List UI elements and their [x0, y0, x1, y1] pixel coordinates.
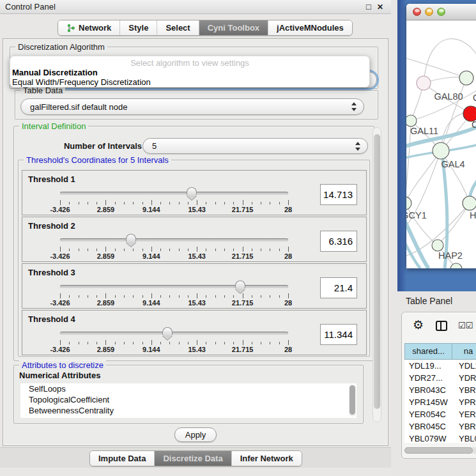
tab-network-label: Network: [79, 20, 111, 35]
number-of-intervals-combobox[interactable]: 5: [142, 138, 368, 154]
tick-mark: [243, 200, 243, 205]
dropdown-option-manual-discretization[interactable]: Manual Discretization: [10, 68, 369, 77]
table-cell[interactable]: YPR1: [452, 396, 476, 408]
threshold-value-field[interactable]: 21.4: [320, 277, 357, 298]
table-cell[interactable]: YDL1: [452, 360, 476, 372]
float-icon[interactable]: □: [364, 2, 374, 12]
node-gal4[interactable]: [433, 142, 449, 159]
tick-mark: [169, 202, 170, 204]
tab-jactivemnodules[interactable]: jActiveMNodules: [268, 20, 352, 35]
slider-track[interactable]: [60, 332, 288, 335]
network-canvas[interactable]: GAL80 GAL11 GAL4 GCY1 HAP2 G C H: [406, 20, 476, 268]
table-cell[interactable]: YBL079W: [404, 433, 452, 443]
close-icon[interactable]: ✕: [375, 2, 385, 12]
table-row[interactable]: YBL079WYBL0: [404, 433, 476, 443]
threshold-value-field[interactable]: 11.344: [320, 324, 357, 345]
select-all-checkbox-icons[interactable]: ☑☑: [458, 321, 473, 330]
network-inner-window: GAL80 GAL11 GAL4 GCY1 HAP2 G C H: [406, 4, 476, 268]
slider-thumb[interactable]: [187, 187, 197, 196]
tick-mark: [169, 342, 170, 344]
table-cell[interactable]: YDR2: [452, 372, 476, 384]
node-gal80[interactable]: [417, 76, 431, 90]
table-row[interactable]: YBR043CYBR0: [404, 384, 476, 396]
tick-label: 15.43: [188, 206, 206, 213]
zoom-traffic-light-icon[interactable]: [437, 8, 445, 16]
network-view-window[interactable]: GAL80 GAL11 GAL4 GCY1 HAP2 G C H: [397, 0, 476, 291]
threshold-value-field[interactable]: 14.713: [320, 184, 357, 205]
node[interactable]: [450, 263, 462, 268]
table-row[interactable]: YDL19...YDL1: [404, 360, 476, 372]
column-header-name[interactable]: na: [452, 343, 476, 360]
table-cell[interactable]: YER054C: [404, 408, 452, 420]
table-row[interactable]: YDR27...YDR2: [404, 372, 476, 384]
table-cell[interactable]: YBR0: [452, 420, 476, 433]
slider-thumb[interactable]: [162, 327, 173, 335]
tick-mark: [151, 293, 152, 298]
scrollbar-thumb[interactable]: [349, 385, 355, 415]
columns-icon[interactable]: [436, 321, 447, 331]
table-data-group: Table Data galFiltered.sif default node: [15, 90, 378, 119]
apply-button[interactable]: Apply: [174, 427, 217, 442]
scrollbar-thumb[interactable]: [374, 134, 380, 409]
numerical-attributes-label: Numerical Attributes: [19, 371, 100, 380]
horizontal-scrollbar[interactable]: [404, 447, 476, 454]
tick-mark: [115, 202, 116, 204]
node-gal11[interactable]: [406, 115, 417, 127]
slider-track[interactable]: [60, 192, 288, 195]
table-row[interactable]: YER054CYER0: [404, 408, 476, 420]
threshold-slider[interactable]: -3.4262.8599.14415.4321.71528: [60, 187, 288, 214]
table-cell[interactable]: YBL0: [452, 433, 476, 443]
attribute-item[interactable]: SelfLoops: [20, 383, 357, 394]
tab-select-label: Select: [165, 20, 190, 35]
tab-infer-network[interactable]: Infer Network: [231, 451, 302, 466]
table-data-combobox[interactable]: galFiltered.sif default node: [20, 98, 364, 115]
attributes-scrollbar[interactable]: [349, 385, 356, 417]
table-row[interactable]: YBR045CYBR0: [404, 420, 476, 433]
threshold-slider[interactable]: -3.4262.8599.14415.4321.71528: [60, 280, 288, 307]
node[interactable]: [463, 196, 476, 210]
tick-label: 21.715: [232, 206, 254, 213]
node[interactable]: [459, 71, 473, 85]
tick-mark: [188, 249, 188, 251]
tab-impute-data[interactable]: Impute Data: [90, 451, 154, 466]
table-cell[interactable]: YER0: [452, 408, 476, 420]
table-cell[interactable]: YBR043C: [404, 384, 452, 396]
node-hap2[interactable]: [432, 240, 443, 251]
slider-thumb[interactable]: [126, 234, 136, 242]
tab-cyni-toolbox[interactable]: Cyni Toolbox: [199, 20, 268, 35]
tick-mark: [60, 247, 61, 252]
table-cell[interactable]: YPR145W: [404, 396, 452, 408]
threshold-value-field[interactable]: 6.316: [320, 231, 357, 252]
slider-track[interactable]: [60, 238, 288, 242]
slider-thumb[interactable]: [235, 280, 245, 289]
scrollbar-thumb[interactable]: [404, 447, 473, 454]
tick-mark: [233, 202, 234, 204]
attribute-item[interactable]: TopologicalCoefficient: [20, 394, 357, 405]
dropdown-option-equal-width-frequency[interactable]: Equal Width/Frequency Discretization: [10, 77, 369, 87]
gear-icon[interactable]: ⚙: [413, 318, 424, 332]
minimize-traffic-light-icon[interactable]: [425, 8, 433, 16]
table-cell[interactable]: YDR27...: [404, 372, 452, 384]
table-row[interactable]: YPR145WYPR1: [404, 396, 476, 408]
table-cell[interactable]: YBR045C: [404, 420, 452, 433]
table-cell[interactable]: YDL19...: [404, 360, 452, 372]
table-cell[interactable]: YBR0: [452, 384, 476, 396]
threshold-slider[interactable]: -3.4262.8599.14415.4321.71528: [60, 327, 288, 354]
tab-discretize-data[interactable]: Discretize Data: [154, 451, 231, 466]
vertical-scrollbar[interactable]: [372, 127, 381, 422]
tab-network[interactable]: Network: [58, 20, 119, 35]
tab-style[interactable]: Style: [119, 20, 157, 35]
node-gcy1[interactable]: [406, 197, 411, 210]
tick-mark: [124, 295, 125, 298]
tick-mark: [142, 202, 143, 204]
close-traffic-light-icon[interactable]: [413, 8, 421, 16]
tick-mark: [215, 249, 216, 251]
numerical-attributes-list[interactable]: SelfLoopsTopologicalCoefficientBetweenne…: [20, 383, 357, 418]
threshold-slider[interactable]: -3.4262.8599.14415.4321.71528: [60, 234, 288, 261]
column-header-shared-name[interactable]: shared...: [404, 343, 452, 360]
attribute-item[interactable]: BetweennessCentrality: [20, 405, 357, 416]
tick-mark: [252, 295, 252, 298]
tab-select[interactable]: Select: [157, 20, 198, 35]
tick-mark: [88, 295, 88, 298]
slider-track[interactable]: [60, 285, 288, 288]
